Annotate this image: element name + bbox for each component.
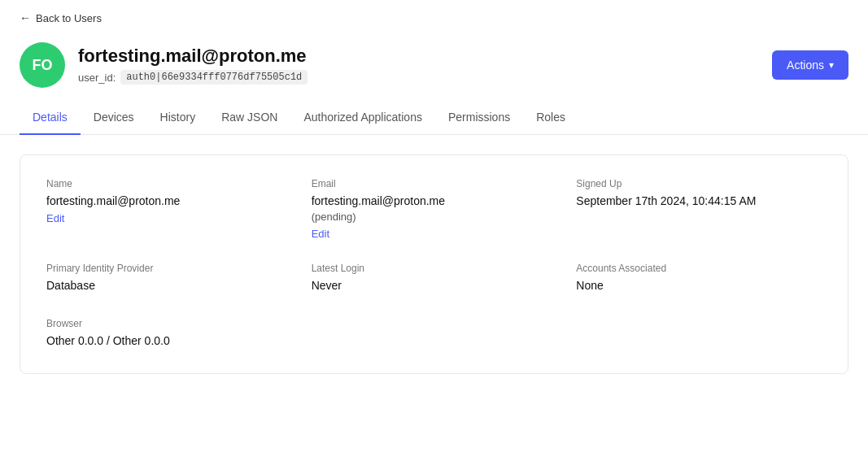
field-name: Name fortesting.mail@proton.me Edit (46, 178, 292, 240)
tab-roles[interactable]: Roles (523, 101, 578, 135)
field-accounts-associated-value: None (576, 279, 822, 292)
field-email-value: fortesting.mail@proton.me (312, 194, 557, 207)
field-email-edit[interactable]: Edit (312, 228, 329, 240)
avatar: FO (20, 42, 65, 88)
user-id-label: user_id: (78, 72, 116, 84)
field-name-edit[interactable]: Edit (46, 212, 64, 224)
field-signed-up-value: September 17th 2024, 10:44:15 AM (576, 194, 822, 207)
field-pip-value: Database (46, 279, 292, 292)
field-signed-up-label: Signed Up (576, 178, 822, 189)
tabs-nav: Details Devices History Raw JSON Authori… (0, 101, 868, 135)
field-latest-login: Latest Login Never (312, 263, 557, 295)
field-email-label: Email (312, 178, 557, 189)
details-card: Name fortesting.mail@proton.me Edit Emai… (20, 154, 848, 374)
back-arrow-icon: ← (20, 11, 31, 24)
tab-permissions[interactable]: Permissions (435, 101, 523, 135)
field-email-secondary: (pending) (312, 211, 557, 223)
field-latest-login-label: Latest Login (312, 263, 557, 274)
actions-label: Actions (787, 59, 824, 72)
field-email: Email fortesting.mail@proton.me (pending… (312, 178, 557, 240)
tab-devices[interactable]: Devices (81, 101, 147, 135)
field-latest-login-value: Never (312, 279, 557, 292)
tab-details[interactable]: Details (20, 101, 81, 135)
user-email: fortesting.mail@proton.me (78, 46, 308, 67)
tab-history[interactable]: History (147, 101, 209, 135)
avatar-initials: FO (33, 57, 53, 74)
actions-button[interactable]: Actions ▾ (772, 50, 848, 80)
field-browser-label: Browser (46, 318, 292, 329)
user-id-row: user_id: auth0|66e9334fff0776df75505c1d (78, 70, 308, 85)
fields-grid: Name fortesting.mail@proton.me Edit Emai… (46, 178, 822, 350)
field-accounts-associated-label: Accounts Associated (576, 263, 822, 274)
field-pip-label: Primary Identity Provider (46, 263, 292, 274)
user-id-badge: auth0|66e9334fff0776df75505c1d (120, 70, 308, 85)
header-left: FO fortesting.mail@proton.me user_id: au… (20, 42, 308, 88)
field-accounts-associated: Accounts Associated None (576, 263, 822, 295)
field-browser-value: Other 0.0.0 / Other 0.0.0 (46, 334, 292, 347)
field-name-value: fortesting.mail@proton.me (46, 194, 292, 207)
field-signed-up: Signed Up September 17th 2024, 10:44:15 … (576, 178, 822, 240)
tab-authorized-applications[interactable]: Authorized Applications (290, 101, 435, 135)
field-primary-identity-provider: Primary Identity Provider Database (46, 263, 292, 295)
back-to-users-label: Back to Users (36, 12, 102, 24)
back-to-users-link[interactable]: ← Back to Users (0, 0, 868, 36)
main-content: Name fortesting.mail@proton.me Edit Emai… (0, 135, 868, 394)
user-info: fortesting.mail@proton.me user_id: auth0… (78, 46, 308, 85)
field-name-label: Name (46, 178, 292, 189)
tab-raw-json[interactable]: Raw JSON (208, 101, 290, 135)
field-browser: Browser Other 0.0.0 / Other 0.0.0 (46, 318, 292, 350)
chevron-down-icon: ▾ (829, 59, 834, 71)
user-header: FO fortesting.mail@proton.me user_id: au… (0, 36, 868, 101)
